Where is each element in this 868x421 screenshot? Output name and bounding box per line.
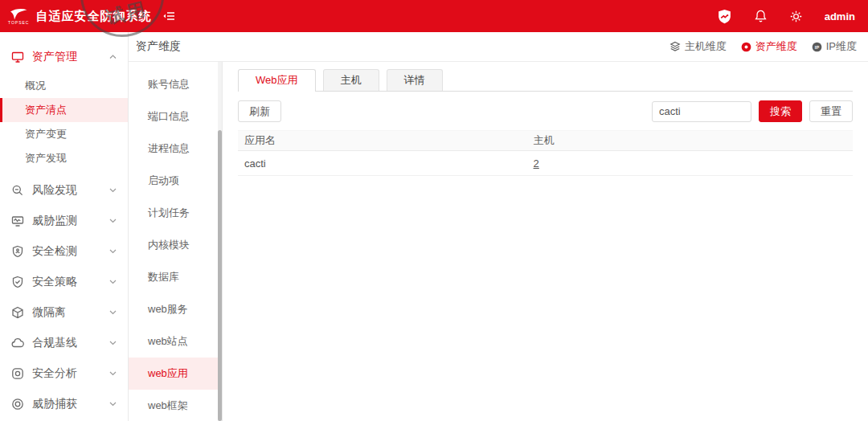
menu-item-database[interactable]: 数据库 [129, 261, 222, 293]
menu-item-label: web应用 [148, 366, 188, 381]
tab-details[interactable]: 详情 [387, 69, 443, 91]
sidebar-item-compliance-baseline[interactable]: 合规基线 [0, 328, 128, 358]
sidebar-item-label: 威胁捕获 [32, 397, 77, 411]
menu-item-web-app[interactable]: web应用 [129, 358, 222, 390]
monitor-icon [11, 51, 24, 63]
dimension-title: 资产维度 [136, 39, 181, 54]
menu-item-web-framework[interactable]: web框架 [129, 390, 222, 421]
sidebar-item-asset-management[interactable]: 资产管理 [0, 42, 128, 72]
username-label[interactable]: admin [825, 10, 855, 22]
chevron-down-icon [109, 310, 117, 315]
svg-text:IP: IP [815, 44, 820, 49]
reset-button[interactable]: 重置 [809, 100, 853, 122]
chevron-down-icon [109, 188, 117, 193]
host-count-link[interactable]: 2 [534, 157, 539, 170]
menu-item-web-site[interactable]: web站点 [129, 325, 222, 358]
sub-item-label: 概况 [25, 79, 46, 93]
sidebar-item-label: 微隔离 [32, 305, 66, 320]
security-shield-icon[interactable] [717, 9, 732, 24]
menu-item-label: 数据库 [148, 270, 179, 284]
notification-bell-icon[interactable] [754, 9, 768, 23]
primary-sidebar: 资产管理 概况 资产清点 资产变更 资产发现 [0, 32, 129, 421]
sidebar-item-threat-capture[interactable]: 威胁捕获 [0, 389, 128, 419]
table-header-row: 应用名 主机 [238, 131, 853, 151]
sidebar-item-asset-discovery[interactable]: 资产发现 [0, 146, 128, 170]
menu-item-label: web框架 [148, 399, 188, 413]
chevron-down-icon [109, 280, 117, 284]
sub-item-label: 资产清点 [25, 103, 67, 117]
sidebar-item-asset-inventory[interactable]: 资产清点 [0, 98, 128, 122]
sidebar-item-security-analysis[interactable]: 安全分析 [0, 358, 128, 389]
analysis-target-icon [11, 367, 24, 380]
menu-item-label: web服务 [148, 302, 188, 317]
menu-item-label: 进程信息 [148, 141, 190, 156]
topbar: TOPSEC 自适应安全防御系统 试用 [0, 0, 868, 32]
security-detect-icon [11, 245, 24, 258]
dimension-option-ip[interactable]: IP IP维度 [812, 39, 857, 54]
topsec-brand-text: TOPSEC [8, 21, 29, 25]
menu-item-kernel-modules[interactable]: 内核模块 [129, 229, 222, 261]
sidebar-item-threat-monitoring[interactable]: 威胁监测 [0, 206, 128, 236]
topbar-right: admin [717, 9, 855, 24]
table-row: cacti 2 [238, 151, 853, 176]
menu-item-scheduled-tasks[interactable]: 计划任务 [129, 197, 222, 229]
sidebar-item-label: 安全分析 [32, 366, 77, 381]
menu-item-label: 账号信息 [148, 77, 190, 92]
sidebar-item-risk-discovery[interactable]: 风险发现 [0, 175, 128, 206]
search-input[interactable] [652, 101, 751, 122]
risk-search-icon [11, 184, 24, 197]
dimension-option-host[interactable]: 主机维度 [669, 39, 727, 54]
menu-item-web-service[interactable]: web服务 [129, 293, 222, 325]
host-layers-icon [669, 41, 681, 52]
sidebar-item-security-policy[interactable]: 安全策略 [0, 267, 128, 297]
toolbar: 刷新 搜索 重置 [238, 100, 853, 122]
asset-management-submenu: 概况 资产清点 资产变更 资产发现 [0, 74, 128, 170]
dimension-option-label: 主机维度 [685, 39, 727, 54]
menu-item-label: web站点 [148, 334, 188, 349]
chevron-down-icon [109, 249, 117, 254]
menu-item-port-info[interactable]: 端口信息 [129, 100, 222, 133]
menu-item-label: 端口信息 [148, 109, 190, 124]
sub-item-label: 资产发现 [25, 151, 67, 166]
main-layout: 资产管理 概况 资产清点 资产变更 资产发现 [0, 32, 868, 421]
chevron-up-icon [109, 55, 117, 59]
menu-item-startup-items[interactable]: 启动项 [129, 165, 222, 197]
threat-monitor-icon [11, 215, 24, 227]
scrollbar-thumb[interactable] [218, 130, 222, 421]
right-region: 资产维度 主机维度 资产维度 [129, 32, 868, 421]
menu-item-label: 启动项 [148, 174, 179, 188]
sidebar-item-micro-segmentation[interactable]: 微隔离 [0, 297, 128, 328]
settings-gear-icon[interactable] [789, 10, 803, 23]
menu-item-account-info[interactable]: 账号信息 [129, 68, 222, 100]
menu-item-label: 内核模块 [148, 238, 190, 252]
chevron-down-icon [109, 402, 117, 407]
sidebar-item-label: 合规基线 [32, 336, 77, 350]
asset-dot-icon [741, 42, 751, 52]
tab-label: 详情 [404, 74, 425, 86]
chevron-down-icon [109, 341, 117, 345]
security-policy-icon [11, 276, 24, 288]
cube-icon [11, 306, 24, 319]
tab-bar: Web应用 主机 详情 [238, 69, 853, 92]
sidebar-item-overview[interactable]: 概况 [0, 74, 128, 98]
ip-pin-icon: IP [812, 42, 822, 52]
menu-item-process-info[interactable]: 进程信息 [129, 133, 222, 165]
sidebar-item-security-detection[interactable]: 安全检测 [0, 236, 128, 267]
compliance-cloud-icon [11, 337, 24, 349]
collapse-sidebar-icon[interactable] [162, 10, 175, 22]
menu-item-label: 计划任务 [148, 206, 190, 220]
sidebar-item-label: 资产管理 [32, 50, 77, 64]
sidebar-item-label: 安全检测 [32, 244, 77, 259]
sub-item-label: 资产变更 [25, 127, 67, 141]
topsec-logo: TOPSEC [8, 8, 29, 25]
column-header-app-name: 应用名 [238, 131, 527, 151]
sidebar-item-label: 安全策略 [32, 275, 77, 289]
search-button[interactable]: 搜索 [759, 100, 802, 122]
tab-web-app[interactable]: Web应用 [238, 69, 316, 92]
content-row: 账号信息 端口信息 进程信息 启动项 计划任务 内核模块 数据库 web服务 w… [129, 62, 868, 421]
tab-host[interactable]: 主机 [323, 69, 379, 91]
sidebar-item-asset-change[interactable]: 资产变更 [0, 122, 128, 146]
refresh-button[interactable]: 刷新 [238, 100, 281, 122]
dimension-option-asset[interactable]: 资产维度 [741, 39, 797, 54]
column-header-host: 主机 [527, 131, 853, 151]
